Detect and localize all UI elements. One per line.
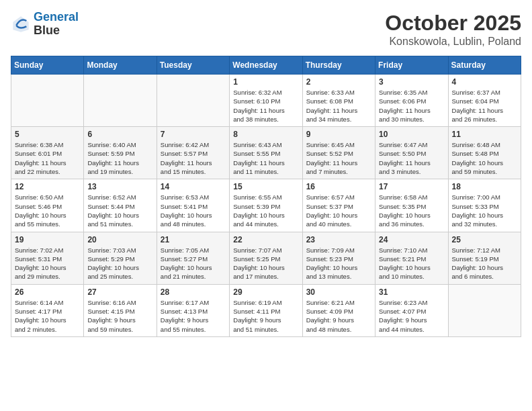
day-number: 9 [306, 130, 371, 139]
day-number: 20 [87, 235, 152, 244]
day-number: 8 [233, 130, 298, 139]
day-info: Sunrise: 6:23 AM Sunset: 4:07 PM Dayligh… [379, 298, 444, 334]
logo: General Blue [11, 11, 79, 38]
day-number: 19 [15, 235, 80, 244]
calendar-cell: 14Sunrise: 6:53 AM Sunset: 5:41 PM Dayli… [157, 179, 229, 232]
day-info: Sunrise: 7:02 AM Sunset: 5:31 PM Dayligh… [15, 246, 80, 281]
calendar-cell: 24Sunrise: 7:10 AM Sunset: 5:21 PM Dayli… [375, 232, 448, 284]
day-number: 17 [379, 182, 444, 191]
day-number: 12 [15, 182, 80, 191]
calendar-cell [157, 75, 229, 127]
day-info: Sunrise: 6:32 AM Sunset: 6:10 PM Dayligh… [233, 88, 298, 124]
calendar-cell: 20Sunrise: 7:03 AM Sunset: 5:29 PM Dayli… [84, 232, 157, 284]
day-info: Sunrise: 6:57 AM Sunset: 5:37 PM Dayligh… [306, 193, 371, 228]
weekday-header-cell: Friday [375, 56, 448, 75]
day-number: 7 [161, 130, 226, 139]
location: Konskowola, Lublin, Poland [385, 36, 521, 48]
calendar-cell: 4Sunrise: 6:37 AM Sunset: 6:04 PM Daylig… [448, 75, 521, 127]
day-info: Sunrise: 6:21 AM Sunset: 4:09 PM Dayligh… [306, 298, 371, 334]
day-number: 11 [452, 130, 517, 139]
day-info: Sunrise: 7:00 AM Sunset: 5:33 PM Dayligh… [452, 193, 517, 228]
calendar-cell: 15Sunrise: 6:55 AM Sunset: 5:39 PM Dayli… [230, 179, 302, 232]
day-info: Sunrise: 6:47 AM Sunset: 5:50 PM Dayligh… [379, 140, 444, 176]
calendar-table: SundayMondayTuesdayWednesdayThursdayFrid… [11, 56, 521, 337]
calendar-cell: 18Sunrise: 7:00 AM Sunset: 5:33 PM Dayli… [448, 179, 521, 232]
day-info: Sunrise: 6:43 AM Sunset: 5:55 PM Dayligh… [233, 140, 298, 176]
calendar-cell: 16Sunrise: 6:57 AM Sunset: 5:37 PM Dayli… [302, 179, 375, 232]
day-info: Sunrise: 7:05 AM Sunset: 5:27 PM Dayligh… [161, 246, 226, 281]
day-info: Sunrise: 6:17 AM Sunset: 4:13 PM Dayligh… [161, 298, 226, 334]
calendar-cell: 12Sunrise: 6:50 AM Sunset: 5:46 PM Dayli… [11, 179, 84, 232]
day-number: 31 [379, 287, 444, 297]
calendar-cell: 1Sunrise: 6:32 AM Sunset: 6:10 PM Daylig… [230, 75, 302, 127]
day-number: 24 [379, 235, 444, 244]
calendar-cell: 27Sunrise: 6:16 AM Sunset: 4:15 PM Dayli… [84, 284, 157, 336]
calendar-cell: 17Sunrise: 6:58 AM Sunset: 5:35 PM Dayli… [375, 179, 448, 232]
day-info: Sunrise: 6:53 AM Sunset: 5:41 PM Dayligh… [161, 193, 226, 228]
calendar-cell [11, 75, 84, 127]
calendar-week-row: 19Sunrise: 7:02 AM Sunset: 5:31 PM Dayli… [11, 232, 521, 284]
day-info: Sunrise: 6:52 AM Sunset: 5:44 PM Dayligh… [87, 193, 152, 228]
title-block: October 2025 Konskowola, Lublin, Poland [385, 11, 521, 48]
day-info: Sunrise: 6:38 AM Sunset: 6:01 PM Dayligh… [15, 140, 80, 176]
calendar-cell: 26Sunrise: 6:14 AM Sunset: 4:17 PM Dayli… [11, 284, 84, 336]
calendar-cell: 31Sunrise: 6:23 AM Sunset: 4:07 PM Dayli… [375, 284, 448, 336]
calendar-cell: 11Sunrise: 6:48 AM Sunset: 5:48 PM Dayli… [448, 127, 521, 179]
calendar-cell: 30Sunrise: 6:21 AM Sunset: 4:09 PM Dayli… [302, 284, 375, 336]
day-info: Sunrise: 6:58 AM Sunset: 5:35 PM Dayligh… [379, 193, 444, 228]
weekday-header-cell: Monday [84, 56, 157, 75]
day-info: Sunrise: 6:19 AM Sunset: 4:11 PM Dayligh… [233, 298, 298, 334]
day-info: Sunrise: 7:09 AM Sunset: 5:23 PM Dayligh… [306, 246, 371, 281]
day-info: Sunrise: 7:07 AM Sunset: 5:25 PM Dayligh… [233, 246, 298, 281]
calendar-cell: 23Sunrise: 7:09 AM Sunset: 5:23 PM Dayli… [302, 232, 375, 284]
page-header: General Blue October 2025 Konskowola, Lu… [11, 11, 521, 48]
logo-text: General Blue [34, 11, 79, 38]
day-info: Sunrise: 6:42 AM Sunset: 5:57 PM Dayligh… [161, 140, 226, 176]
day-number: 4 [452, 77, 517, 87]
weekday-header-cell: Thursday [302, 56, 375, 75]
day-number: 23 [306, 235, 371, 244]
month-title: October 2025 [385, 11, 521, 36]
day-info: Sunrise: 6:37 AM Sunset: 6:04 PM Dayligh… [452, 88, 517, 124]
weekday-header-cell: Tuesday [157, 56, 229, 75]
day-number: 2 [306, 77, 371, 87]
calendar-cell: 7Sunrise: 6:42 AM Sunset: 5:57 PM Daylig… [157, 127, 229, 179]
calendar-cell: 22Sunrise: 7:07 AM Sunset: 5:25 PM Dayli… [230, 232, 302, 284]
day-number: 5 [15, 130, 80, 139]
calendar-cell: 13Sunrise: 6:52 AM Sunset: 5:44 PM Dayli… [84, 179, 157, 232]
day-number: 10 [379, 130, 444, 139]
day-number: 14 [161, 182, 226, 191]
calendar-week-row: 1Sunrise: 6:32 AM Sunset: 6:10 PM Daylig… [11, 75, 521, 127]
calendar-cell: 21Sunrise: 7:05 AM Sunset: 5:27 PM Dayli… [157, 232, 229, 284]
day-info: Sunrise: 6:33 AM Sunset: 6:08 PM Dayligh… [306, 88, 371, 124]
day-number: 26 [15, 287, 80, 297]
day-info: Sunrise: 6:35 AM Sunset: 6:06 PM Dayligh… [379, 88, 444, 124]
calendar-week-row: 26Sunrise: 6:14 AM Sunset: 4:17 PM Dayli… [11, 284, 521, 336]
calendar-cell: 25Sunrise: 7:12 AM Sunset: 5:19 PM Dayli… [448, 232, 521, 284]
day-info: Sunrise: 6:55 AM Sunset: 5:39 PM Dayligh… [233, 193, 298, 228]
day-number: 22 [233, 235, 298, 244]
day-info: Sunrise: 6:48 AM Sunset: 5:48 PM Dayligh… [452, 140, 517, 176]
calendar-cell [448, 284, 521, 336]
day-number: 1 [233, 77, 298, 87]
weekday-header-row: SundayMondayTuesdayWednesdayThursdayFrid… [11, 56, 521, 75]
calendar-cell: 5Sunrise: 6:38 AM Sunset: 6:01 PM Daylig… [11, 127, 84, 179]
svg-marker-0 [13, 16, 28, 32]
day-number: 25 [452, 235, 517, 244]
day-info: Sunrise: 6:45 AM Sunset: 5:52 PM Dayligh… [306, 140, 371, 176]
calendar-cell: 19Sunrise: 7:02 AM Sunset: 5:31 PM Dayli… [11, 232, 84, 284]
day-info: Sunrise: 6:14 AM Sunset: 4:17 PM Dayligh… [15, 298, 80, 334]
day-number: 15 [233, 182, 298, 191]
day-number: 30 [306, 287, 371, 297]
weekday-header-cell: Sunday [11, 56, 84, 75]
day-info: Sunrise: 7:12 AM Sunset: 5:19 PM Dayligh… [452, 246, 517, 281]
calendar-cell: 8Sunrise: 6:43 AM Sunset: 5:55 PM Daylig… [230, 127, 302, 179]
calendar-cell: 29Sunrise: 6:19 AM Sunset: 4:11 PM Dayli… [230, 284, 302, 336]
day-number: 6 [87, 130, 152, 139]
calendar-body: 1Sunrise: 6:32 AM Sunset: 6:10 PM Daylig… [11, 75, 521, 337]
calendar-cell: 10Sunrise: 6:47 AM Sunset: 5:50 PM Dayli… [375, 127, 448, 179]
day-number: 3 [379, 77, 444, 87]
calendar-cell: 2Sunrise: 6:33 AM Sunset: 6:08 PM Daylig… [302, 75, 375, 127]
calendar-week-row: 5Sunrise: 6:38 AM Sunset: 6:01 PM Daylig… [11, 127, 521, 179]
day-info: Sunrise: 6:50 AM Sunset: 5:46 PM Dayligh… [15, 193, 80, 228]
